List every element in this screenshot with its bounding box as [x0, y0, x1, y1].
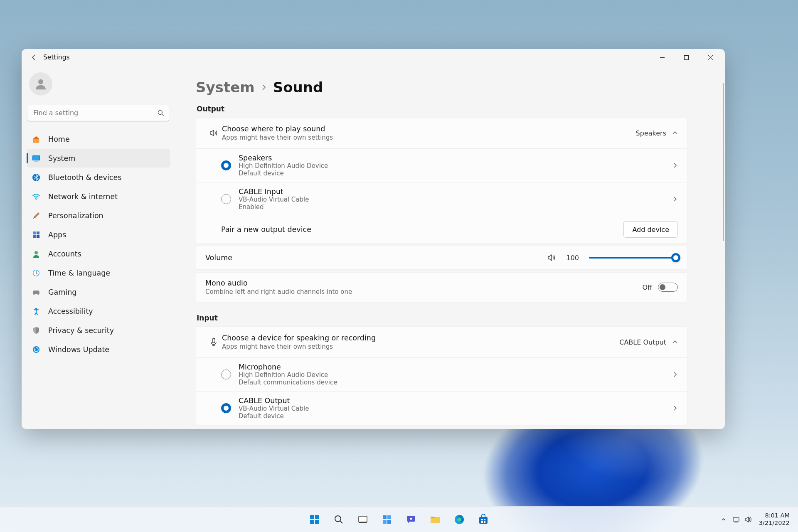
person-icon [32, 249, 41, 259]
titlebar: Settings [22, 49, 725, 66]
pair-output-row: Pair a new output device Add device [196, 216, 687, 243]
radio-selected-icon[interactable] [221, 160, 231, 170]
nav-label: Accessibility [48, 307, 93, 315]
svg-point-7 [36, 199, 37, 200]
edge-button[interactable] [448, 509, 470, 530]
nav-update[interactable]: Windows Update [27, 340, 170, 359]
svg-rect-36 [481, 521, 483, 523]
volume-tray-icon[interactable] [744, 515, 753, 524]
svg-rect-27 [383, 520, 387, 524]
radio-selected-icon[interactable] [221, 403, 231, 413]
add-device-button[interactable]: Add device [623, 221, 678, 238]
nav-accounts[interactable]: Accounts [27, 244, 170, 263]
update-icon [32, 345, 41, 354]
volume-icon[interactable] [547, 253, 556, 262]
volume-label: Volume [205, 254, 547, 262]
input-header-title: Choose a device for speaking or recordin… [222, 334, 619, 342]
svg-rect-26 [387, 515, 391, 519]
svg-rect-23 [359, 516, 367, 522]
nav-privacy[interactable]: Privacy & security [27, 321, 170, 340]
svg-rect-19 [315, 515, 319, 519]
nav-accessibility[interactable]: Accessibility [27, 302, 170, 320]
svg-rect-0 [684, 55, 688, 59]
bluetooth-icon [32, 173, 41, 182]
tray-time: 8:01 AM [759, 512, 790, 519]
apps-icon [32, 230, 41, 239]
svg-rect-24 [359, 522, 367, 523]
maximize-button[interactable] [674, 49, 698, 66]
svg-rect-5 [34, 161, 38, 162]
input-section-label: Input [197, 314, 687, 322]
close-button[interactable] [698, 49, 722, 66]
store-button[interactable] [473, 509, 494, 530]
radio-unselected-icon[interactable] [221, 369, 231, 379]
nav-network[interactable]: Network & internet [27, 187, 170, 206]
mono-subtitle: Combine left and right audio channels in… [205, 288, 642, 296]
pair-label: Pair a new output device [221, 225, 623, 234]
minimize-button[interactable] [650, 49, 674, 66]
taskbar: 8:01 AM 3/21/2022 [0, 506, 798, 532]
home-icon [32, 135, 41, 144]
nav-system[interactable]: System [27, 149, 170, 167]
search-container [27, 105, 169, 121]
mono-card: Mono audio Combine left and right audio … [196, 272, 687, 302]
svg-rect-35 [484, 519, 485, 520]
input-header-row[interactable]: Choose a device for speaking or recordin… [196, 327, 687, 357]
search-icon [158, 110, 164, 116]
nav-list: Home System Bluetooth & devices Network … [27, 130, 170, 359]
svg-rect-28 [387, 520, 391, 524]
wifi-icon [32, 192, 41, 201]
taskbar-center [304, 509, 494, 530]
settings-window: Settings Home Sys [22, 49, 725, 429]
svg-point-30 [410, 517, 412, 520]
sidebar: Home System Bluetooth & devices Network … [22, 66, 174, 429]
svg-rect-34 [481, 519, 483, 520]
nav-time[interactable]: Time & language [27, 264, 170, 282]
nav-home[interactable]: Home [27, 130, 170, 148]
chat-button[interactable] [400, 509, 422, 530]
nav-label: Apps [48, 231, 66, 239]
tray-overflow-button[interactable] [719, 515, 728, 524]
output-device-cable-input[interactable]: CABLE Input VB-Audio Virtual Cable Enabl… [196, 182, 687, 216]
window-title: Settings [43, 54, 70, 61]
input-device-microphone[interactable]: Microphone High Definition Audio Device … [196, 357, 687, 391]
nav-label: Bluetooth & devices [48, 173, 121, 182]
volume-slider[interactable] [589, 253, 678, 262]
input-card: Choose a device for speaking or recordin… [196, 326, 687, 425]
output-device-speakers[interactable]: Speakers High Definition Audio Device De… [196, 148, 687, 182]
nav-apps[interactable]: Apps [27, 225, 170, 244]
user-avatar[interactable] [29, 72, 52, 96]
device-status: Default device [239, 412, 672, 420]
start-button[interactable] [304, 509, 325, 530]
back-button[interactable] [28, 52, 40, 63]
nav-label: Time & language [48, 269, 110, 277]
nav-gaming[interactable]: Gaming [27, 283, 170, 301]
clock-tray[interactable]: 8:01 AM 3/21/2022 [759, 512, 790, 527]
input-device-cable-output[interactable]: CABLE Output VB-Audio Virtual Cable Defa… [196, 391, 687, 425]
taskbar-search[interactable] [328, 509, 350, 530]
svg-rect-9 [37, 232, 39, 234]
svg-rect-38 [733, 517, 739, 521]
svg-rect-10 [33, 235, 36, 238]
radio-unselected-icon[interactable] [221, 194, 231, 204]
tray-date: 3/21/2022 [759, 520, 790, 527]
nav-bluetooth[interactable]: Bluetooth & devices [27, 168, 170, 187]
device-detail: VB-Audio Virtual Cable [239, 405, 672, 412]
nav-label: Personalization [48, 212, 103, 220]
breadcrumb-category[interactable]: System [196, 79, 255, 96]
output-header-row[interactable]: Choose where to play sound Apps might ha… [196, 118, 687, 148]
breadcrumb-page: Sound [273, 79, 323, 96]
brush-icon [32, 211, 41, 220]
chevron-right-icon [672, 196, 678, 202]
mono-toggle[interactable] [658, 283, 678, 292]
widgets-button[interactable] [376, 509, 398, 530]
search-input[interactable] [27, 105, 169, 121]
scrollbar[interactable] [723, 83, 724, 241]
input-header-subtitle: Apps might have their own settings [222, 343, 619, 350]
task-view-button[interactable] [352, 509, 374, 530]
network-tray-icon[interactable] [732, 515, 741, 524]
svg-rect-33 [479, 517, 488, 524]
file-explorer-button[interactable] [424, 509, 446, 530]
volume-value: 100 [566, 254, 579, 262]
nav-personalization[interactable]: Personalization [27, 206, 170, 225]
